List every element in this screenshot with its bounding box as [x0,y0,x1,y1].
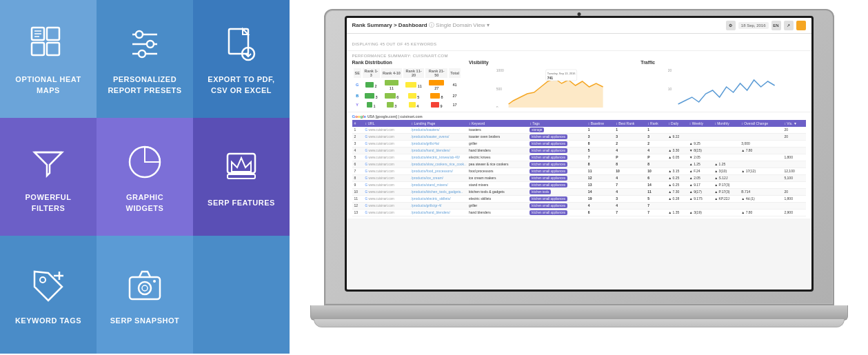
cell-url: G www.cuisinart.com [363,174,410,181]
settings-btn[interactable]: ⚙ [726,21,736,30]
cell-change: ▲ 17(12) [739,168,782,174]
cell-weekly: ▲ 9.175 [687,195,712,202]
cell-kw: pea stewer & rice cookers [467,161,527,168]
sliders-icon [123,22,167,66]
th-kw: ↕ Keyword [467,120,527,127]
cell-url: G www.cuisinart.com [363,209,410,216]
cell-lp: /products/kitchen_tools_gadgets.. [410,188,467,195]
table-row: 3 G www.cuisinart.com /products/grills/4… [352,140,806,147]
th-daily[interactable]: ↕ Daily [666,120,687,127]
cell-num: 1 [352,127,363,134]
cell-best: 7 [614,209,645,216]
feature-export[interactable]: EXPORT TO PDF,CSV OR EXCEL [193,0,290,118]
cell-best: 4 [614,174,645,181]
th-vis[interactable]: ↕ Vis. ▼ [782,120,805,127]
laptop-hinge [314,319,845,327]
laptop: Rank Summary > Dashboard ⓘ Single Domain… [310,9,848,347]
table-row: 6 G www.cuisinart.com /products/slow_coo… [352,161,806,168]
cell-vis: 20 [782,127,805,134]
filter-icon [26,140,70,184]
th-best[interactable]: ↕ Best Rank [614,120,645,127]
table-row: 2 G www.cuisinart.com /products/toaster_… [352,133,806,140]
feature-serp-snapshot[interactable]: SERP SNAPSHOT [97,236,193,354]
cell-monthly [712,209,739,216]
rank-header-total: Total [449,68,461,78]
cell-url: G www.cuisinart.com [363,168,410,174]
cell-tag: kitchen small appliances [527,168,586,174]
feature-grid: OPTIONAL HEAT MAPS PERSONALIZEDREPORT PR… [0,0,290,355]
cell-url: G www.cuisinart.com [363,147,410,154]
cell-kw: kitchen tools & gadgets [467,188,527,195]
svg-rect-21 [228,174,255,179]
cell-tag: kitchen small appliances [527,202,586,209]
th-weekly[interactable]: ↕ Weekly [687,120,712,127]
lang-btn[interactable]: EN [771,21,781,30]
cell-daily: ▲ 0.05 [666,154,687,161]
cell-baseline: 5 [586,147,614,154]
orange-btn[interactable] [796,21,806,30]
traffic-section: Traffic 20 10 Aug 22 Aug 29 [640,60,805,110]
cell-weekly: ▼ 8(15) [687,147,712,154]
cell-change: B.714 [739,188,782,195]
cell-baseline: 14 [586,188,614,195]
cell-baseline: 12 [586,174,614,181]
cell-tag: kitchen small appliances [527,133,586,140]
cell-monthly [712,154,739,161]
svg-point-24 [139,282,151,294]
cell-num: 12 [352,202,363,209]
visibility-chart: 1000 500 0 Tuesday, [469,66,634,108]
cell-vis [782,147,805,154]
feature-report-presets[interactable]: PERSONALIZEDREPORT PRESETS [97,0,193,118]
cell-num: 7 [352,168,363,174]
th-change[interactable]: ↕ Overall Change [739,120,782,127]
report-presets-label: PERSONALIZEDREPORT PRESETS [108,74,181,96]
cell-best: 7 [614,181,645,188]
cell-vis: 20 [782,133,805,140]
screen-bezel: Rank Summary > Dashboard ⓘ Single Domain… [345,16,814,292]
breadcrumb: Rank Summary > Dashboard ⓘ Single Domain… [352,21,489,29]
cell-weekly: ▲ 3(19) [687,209,712,216]
feature-widgets[interactable]: GRAPHICWIDGETS [97,118,193,236]
table-row: 9 G www.cuisinart.com /products/stand_mi… [352,181,806,188]
cell-vis [782,181,805,188]
rank-se-y: Y [354,101,361,109]
cell-kw: griller [467,202,527,209]
th-monthly[interactable]: ↕ Monthly [712,120,739,127]
cell-change [739,181,782,188]
feature-heat-maps[interactable]: OPTIONAL HEAT MAPS [0,0,97,118]
cell-change: ▲ 4d.(1) [739,195,782,202]
arrow-btn[interactable]: ↗ [784,21,794,30]
feature-keyword-tags[interactable]: KEYWORD TAGS [0,236,97,354]
cell-vis: 1,800 [782,154,805,161]
cell-url: G www.cuisinart.com [363,161,410,168]
cell-monthly: ▲ KP.22J [712,195,739,202]
feature-serp-features[interactable]: SERP FEATURES [193,118,290,236]
cell-rank: 4 [645,147,666,154]
cell-rank: 7 [645,202,666,209]
cell-daily: ▲ 0.28 [666,195,687,202]
feature-filters[interactable]: POWERFULFILTERS [0,118,97,236]
cell-url: G www.cuisinart.com [363,133,410,140]
cell-monthly [712,147,739,154]
cell-tag: kitchen small appliances [527,174,586,181]
cell-url: G www.cuisinart.com [363,127,410,134]
rank-g-total: 41 [449,79,461,91]
svg-rect-2 [32,43,44,55]
th-rank[interactable]: ↕ Rank [645,120,666,127]
cell-weekly [687,127,712,134]
th-baseline[interactable]: ↕ Baseline [586,120,614,127]
cell-change [739,161,782,168]
cell-kw: toasters [467,127,527,134]
cell-num: 11 [352,195,363,202]
svg-point-22 [40,277,46,283]
cell-lp: /products/grills/gr-4/ [410,202,467,209]
feature-empty [193,236,290,354]
svg-rect-13 [229,29,248,54]
visibility-section: Visibility 1000 500 0 [469,60,634,110]
cell-num: 4 [352,147,363,154]
cell-num: 13 [352,209,363,216]
svg-text:500: 500 [496,87,503,91]
cell-num: 9 [352,181,363,188]
heat-maps-label: OPTIONAL HEAT MAPS [7,74,90,96]
cell-lp: /products/toasters/ [410,127,467,134]
